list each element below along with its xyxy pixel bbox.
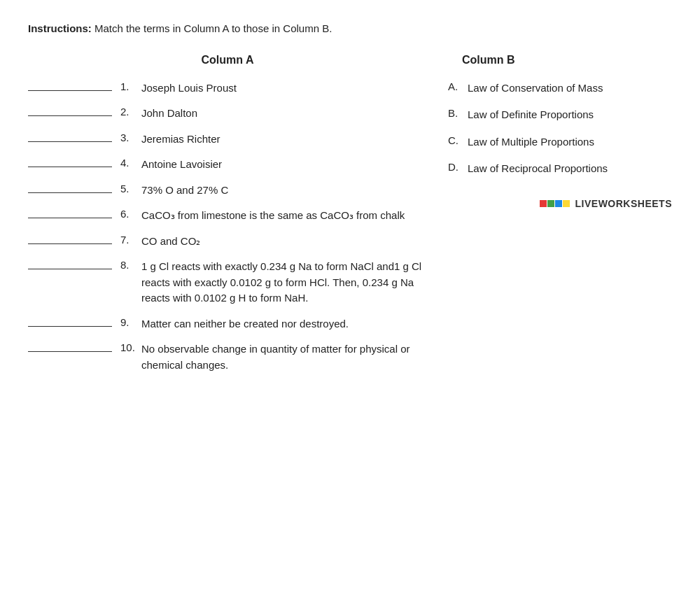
instructions-label: Instructions: <box>28 22 92 34</box>
b-text-d: Law of Reciprocal Proportions <box>468 161 608 177</box>
match-item-5: 5. 73% O and 27% C <box>28 183 427 199</box>
answer-line-1[interactable] <box>28 90 112 91</box>
item-text-2: John Dalton <box>141 106 197 122</box>
column-b-item-c: C. Law of Multiple Proportions <box>448 134 672 150</box>
item-text-4: Antoine Lavoisier <box>141 157 222 173</box>
item-number-4: 4. <box>120 157 137 169</box>
column-b-item-a: A. Law of Conservation of Mass <box>448 80 672 97</box>
b-text-c: Law of Multiple Proportions <box>468 134 594 150</box>
answer-line-4[interactable] <box>28 167 112 167</box>
b-letter-a: A. <box>448 80 462 92</box>
item-text-5: 73% O and 27% C <box>141 183 228 199</box>
columns-container: Column A 1. Joseph Louis Proust 2. John … <box>28 54 672 383</box>
item-number-5: 5. <box>120 183 137 195</box>
lw-square-red <box>540 200 547 207</box>
match-item-4: 4. Antoine Lavoisier <box>28 157 427 173</box>
answer-line-2[interactable] <box>28 115 112 116</box>
b-letter-c: C. <box>448 134 462 146</box>
b-text-b: Law of Definite Proportions <box>468 107 594 123</box>
column-a-header: Column A <box>28 54 427 66</box>
item-number-3: 3. <box>120 132 137 143</box>
lw-square-blue <box>555 200 562 207</box>
answer-line-10[interactable] <box>28 351 112 352</box>
match-item-6: 6. CaCO₃ from limestone is the same as C… <box>28 208 427 224</box>
worksheets-text: WORKSHEETS <box>598 198 672 209</box>
lw-square-yellow <box>563 200 570 207</box>
b-letter-b: B. <box>448 107 462 119</box>
item-text-8: 1 g Cl reacts with exactly 0.234 g Na to… <box>141 259 427 306</box>
match-item-3: 3. Jeremias Richter <box>28 132 427 148</box>
answer-line-3[interactable] <box>28 141 112 142</box>
b-text-a: Law of Conservation of Mass <box>468 80 603 97</box>
item-number-7: 7. <box>120 234 137 246</box>
answer-line-7[interactable] <box>28 243 112 244</box>
answer-line-8[interactable] <box>28 269 112 269</box>
column-a: Column A 1. Joseph Louis Proust 2. John … <box>28 54 448 383</box>
column-b-list: A. Law of Conservation of Mass B. Law of… <box>448 80 672 177</box>
item-number-10: 10. <box>120 341 137 353</box>
item-number-6: 6. <box>120 208 137 220</box>
answer-line-5[interactable] <box>28 192 112 193</box>
item-number-2: 2. <box>120 106 137 118</box>
match-item-1: 1. Joseph Louis Proust <box>28 80 427 97</box>
column-b-item-d: D. Law of Reciprocal Proportions <box>448 161 672 177</box>
liveworksheets-badge: LIVEWORKSHEETS <box>448 198 672 209</box>
instructions-text: Instructions: Match the terms in Column … <box>28 21 672 37</box>
instructions-body: Match the terms in Column A to those in … <box>92 22 332 34</box>
match-item-2: 2. John Dalton <box>28 106 427 122</box>
item-text-9: Matter can neither be created nor destro… <box>141 316 349 332</box>
item-text-10: No observable change in quantity of matt… <box>141 341 427 373</box>
lw-square-green <box>547 200 554 207</box>
match-item-9: 9. Matter can neither be created nor des… <box>28 316 427 332</box>
match-item-10: 10. No observable change in quantity of … <box>28 341 427 373</box>
item-text-7: CO and CO₂ <box>141 234 200 250</box>
item-text-1: Joseph Louis Proust <box>141 80 237 97</box>
answer-line-9[interactable] <box>28 326 112 327</box>
item-number-1: 1. <box>120 80 137 92</box>
column-b-item-b: B. Law of Definite Proportions <box>448 107 672 123</box>
live-text: LIVE <box>575 198 598 209</box>
item-number-8: 8. <box>120 259 137 271</box>
answer-line-6[interactable] <box>28 218 112 218</box>
liveworksheets-text: LIVEWORKSHEETS <box>575 198 672 209</box>
column-b: Column B A. Law of Conservation of Mass … <box>448 54 672 209</box>
column-b-header: Column B <box>448 54 672 66</box>
lw-logo <box>540 200 570 207</box>
item-text-3: Jeremias Richter <box>141 132 220 148</box>
match-item-7: 7. CO and CO₂ <box>28 234 427 250</box>
item-number-9: 9. <box>120 316 137 328</box>
b-letter-d: D. <box>448 161 462 173</box>
match-item-8: 8. 1 g Cl reacts with exactly 0.234 g Na… <box>28 259 427 306</box>
item-text-6: CaCO₃ from limestone is the same as CaCO… <box>141 208 405 224</box>
